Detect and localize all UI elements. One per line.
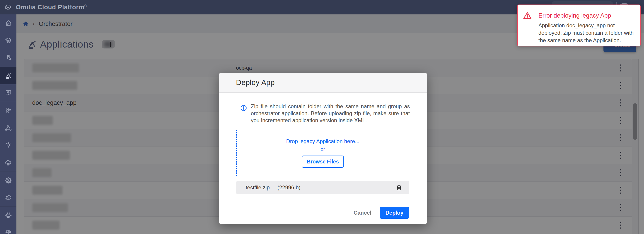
registered-mark: ® bbox=[84, 4, 87, 8]
sidebar-nav bbox=[0, 15, 16, 234]
file-dropzone[interactable]: Drop legacy Application here... or Brows… bbox=[236, 129, 409, 177]
warning-icon bbox=[523, 11, 532, 20]
sidebar-item-scales[interactable] bbox=[0, 224, 16, 234]
badge-check-icon bbox=[4, 194, 12, 201]
info-icon bbox=[240, 105, 247, 111]
sidebar-item-insights[interactable] bbox=[0, 137, 16, 154]
deploy-app-modal: Deploy App Zip file should contain folde… bbox=[219, 73, 427, 224]
dialogs-icon bbox=[4, 89, 12, 97]
sidebar-item-network[interactable] bbox=[0, 119, 16, 137]
error-toast[interactable]: Error deploying legacy App Application d… bbox=[517, 5, 640, 47]
sliders-icon bbox=[4, 107, 12, 114]
insights-icon bbox=[4, 142, 12, 149]
network-icon bbox=[4, 124, 12, 132]
logo: Omilia Cloud Platform® bbox=[4, 0, 87, 15]
toast-title: Error deploying legacy App bbox=[538, 12, 611, 19]
app-title: Omilia Cloud Platform® bbox=[16, 4, 87, 11]
cloud-icon bbox=[4, 159, 12, 167]
home-icon bbox=[4, 19, 12, 27]
sidebar-item-sliders[interactable] bbox=[0, 102, 16, 119]
admin-icon bbox=[4, 176, 12, 184]
deploy-button[interactable]: Deploy bbox=[380, 207, 409, 219]
sidebar-item-layers[interactable] bbox=[0, 32, 16, 50]
uploaded-file-name: testfile.zip bbox=[246, 184, 270, 191]
sidebar-item-applications[interactable] bbox=[0, 67, 16, 85]
modal-footer: Cancel Deploy bbox=[354, 207, 409, 219]
dropzone-or-label: or bbox=[321, 147, 325, 152]
cloud-logo-icon bbox=[4, 4, 12, 11]
uploaded-file-size: (22996 b) bbox=[278, 184, 300, 191]
sidebar-item-admin[interactable] bbox=[0, 172, 16, 189]
sidebar-item-cloud[interactable] bbox=[0, 154, 16, 172]
delete-file-icon[interactable] bbox=[396, 184, 402, 191]
sidebar-item-blocks[interactable] bbox=[0, 49, 16, 67]
applications-icon bbox=[4, 72, 12, 79]
bot-icon bbox=[4, 211, 12, 219]
dropzone-text: Drop legacy Application here... bbox=[286, 138, 360, 144]
modal-info-text: Zip file should contain folder with the … bbox=[251, 103, 410, 124]
scales-icon bbox=[4, 229, 12, 234]
sidebar-item-badge-check[interactable] bbox=[0, 189, 16, 207]
modal-title: Deploy App bbox=[236, 78, 275, 87]
sidebar-item-dialogs[interactable] bbox=[0, 84, 16, 102]
browse-files-button[interactable]: Browse Files bbox=[302, 156, 344, 168]
blocks-icon bbox=[4, 54, 12, 62]
modal-header: Deploy App bbox=[219, 73, 427, 93]
sidebar-item-home[interactable] bbox=[0, 15, 16, 32]
sidebar-item-bot[interactable] bbox=[0, 207, 16, 224]
cancel-button[interactable]: Cancel bbox=[354, 210, 371, 216]
toast-message: Application doc_legacy_app not deployed:… bbox=[538, 22, 638, 44]
layers-icon bbox=[4, 37, 12, 44]
uploaded-file-row: testfile.zip (22996 b) bbox=[236, 181, 409, 194]
